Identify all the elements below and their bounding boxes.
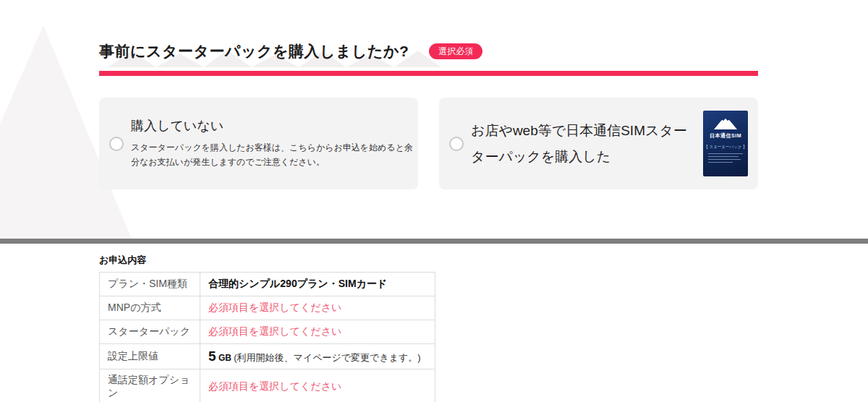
- accent-underline: [99, 71, 758, 76]
- product-brand-text: 日本通信SIM: [710, 132, 741, 140]
- option-description: スターターパックを購入したお客様は、こちらからお申込を始めると余分なお支払いが発…: [131, 141, 414, 170]
- question-title: 事前にスターターパックを購入しましたか?: [99, 41, 409, 61]
- summary-row-value: 必須項目を選択してください: [200, 296, 435, 320]
- option-cards: 購入していない スターターパックを購入したお客様は、こちらからお申込を始めると余…: [99, 98, 758, 189]
- section-divider-bar: [0, 239, 868, 244]
- summary-row-label: MNPの方式: [100, 296, 200, 320]
- order-summary-section: お申込内容 プラン・SIM種類合理的シンプル290プラン・SIMカードMNPの方…: [99, 254, 435, 402]
- summary-table-body: プラン・SIM種類合理的シンプル290プラン・SIMカードMNPの方式必須項目を…: [100, 273, 435, 402]
- option-title: お店やweb等で日本通信SIMスターターパックを購入した: [471, 118, 697, 168]
- option-title: 購入していない: [131, 117, 414, 134]
- starter-pack-question-page: 事前にスターターパックを購入しましたか? 選択必須 購入していない スターターパ…: [0, 0, 868, 402]
- order-summary-table: プラン・SIM種類合理的シンプル290プラン・SIMカードMNPの方式必須項目を…: [99, 272, 435, 402]
- product-fineprint-lines: [708, 153, 743, 165]
- summary-row: 通話定額オプション必須項目を選択してください: [100, 369, 435, 402]
- summary-row: プラン・SIM種類合理的シンプル290プラン・SIMカード: [100, 273, 435, 296]
- mount-fuji-icon: [711, 116, 740, 131]
- option-text-block: 購入していない スターターパックを購入したお客様は、こちらからお申込を始めると余…: [131, 117, 414, 170]
- required-badge: 選択必須: [429, 43, 482, 59]
- summary-row-value: 5 GB (利用開始後、マイページで変更できます。): [200, 344, 435, 369]
- option-card-not-purchased[interactable]: 購入していない スターターパックを購入したお客様は、こちらからお申込を始めると余…: [99, 98, 418, 189]
- summary-heading: お申込内容: [99, 254, 435, 267]
- product-label-text: 【 スターターパック 】: [705, 145, 747, 150]
- radio-purchased[interactable]: [449, 137, 464, 151]
- starter-pack-product-image: 日本通信SIM 【 スターターパック 】: [703, 111, 748, 176]
- summary-row: スターターパック必須項目を選択してください: [100, 320, 435, 344]
- radio-not-purchased[interactable]: [109, 137, 124, 151]
- summary-row-label: 設定上限値: [100, 344, 200, 369]
- summary-row-label: スターターパック: [100, 320, 200, 344]
- summary-row-label: 通話定額オプション: [100, 369, 200, 402]
- question-header: 事前にスターターパックを購入しましたか? 選択必須: [99, 41, 758, 61]
- summary-row-value: 必須項目を選択してください: [200, 369, 435, 402]
- summary-row-value: 合理的シンプル290プラン・SIMカード: [200, 273, 435, 296]
- option-card-purchased[interactable]: お店やweb等で日本通信SIMスターターパックを購入した 日本通信SIM 【 ス…: [439, 98, 758, 189]
- summary-row: MNPの方式必須項目を選択してください: [100, 296, 435, 320]
- summary-row-value: 必須項目を選択してください: [200, 320, 435, 344]
- summary-row: 設定上限値5 GB (利用開始後、マイページで変更できます。): [100, 344, 435, 369]
- summary-row-label: プラン・SIM種類: [100, 273, 200, 296]
